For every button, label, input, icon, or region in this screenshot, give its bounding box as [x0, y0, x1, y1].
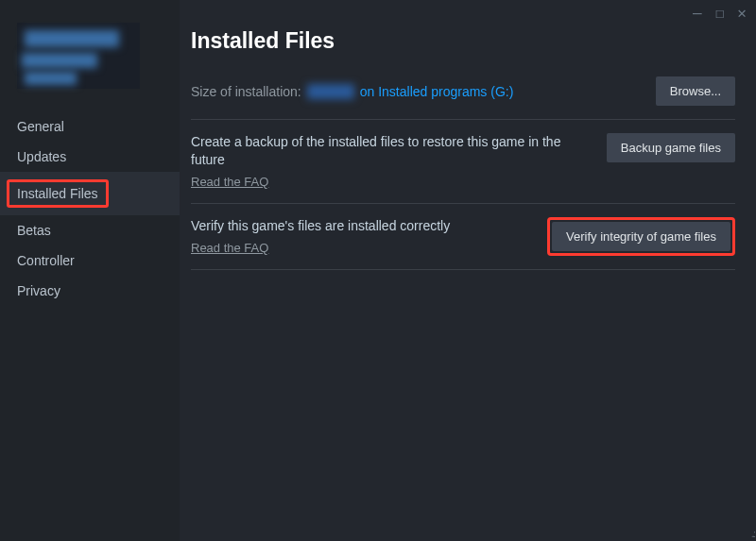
install-drive-link[interactable]: on Installed programs (G:)	[360, 84, 514, 99]
verify-description: Verify this game's files are installed c…	[191, 217, 532, 235]
minimize-button[interactable]: —	[693, 6, 702, 21]
page-title: Installed Files	[191, 28, 735, 54]
sidebar-item-installed-files[interactable]: Installed Files	[0, 172, 180, 215]
backup-description: Create a backup of the installed files t…	[191, 133, 592, 169]
sidebar: General Updates Installed Files Betas Co…	[0, 0, 180, 541]
maximize-button[interactable]: ☐	[715, 6, 725, 21]
sidebar-item-label: Controller	[17, 253, 75, 268]
sidebar-item-label: Privacy	[17, 283, 60, 298]
close-button[interactable]: ✕	[737, 6, 747, 21]
sidebar-item-controller[interactable]: Controller	[0, 245, 180, 276]
verify-section: Verify this game's files are installed c…	[191, 203, 735, 270]
sidebar-item-label: Updates	[17, 149, 66, 164]
sidebar-item-privacy[interactable]: Privacy	[0, 276, 180, 306]
install-size-label: Size of installation:	[191, 84, 301, 99]
resize-grip-icon[interactable]: ..:	[751, 528, 754, 539]
sidebar-item-updates[interactable]: Updates	[0, 142, 180, 172]
sidebar-item-label: Betas	[17, 223, 51, 238]
main-content: Installed Files Size of installation: on…	[180, 0, 756, 541]
verify-integrity-button[interactable]: Verify integrity of game files	[552, 222, 730, 251]
backup-faq-link[interactable]: Read the FAQ	[191, 175, 268, 189]
browse-button[interactable]: Browse...	[656, 76, 735, 106]
sidebar-item-general[interactable]: General	[0, 111, 180, 142]
verify-faq-link[interactable]: Read the FAQ	[191, 241, 268, 255]
game-logo	[17, 23, 140, 89]
backup-section: Create a backup of the installed files t…	[191, 119, 735, 203]
sidebar-item-betas[interactable]: Betas	[0, 215, 180, 245]
install-size-value	[307, 84, 354, 99]
backup-button[interactable]: Backup game files	[607, 133, 735, 162]
sidebar-item-label: General	[17, 119, 64, 134]
sidebar-item-label: Installed Files	[17, 186, 98, 201]
install-size-row: Size of installation: on Installed progr…	[191, 76, 735, 106]
